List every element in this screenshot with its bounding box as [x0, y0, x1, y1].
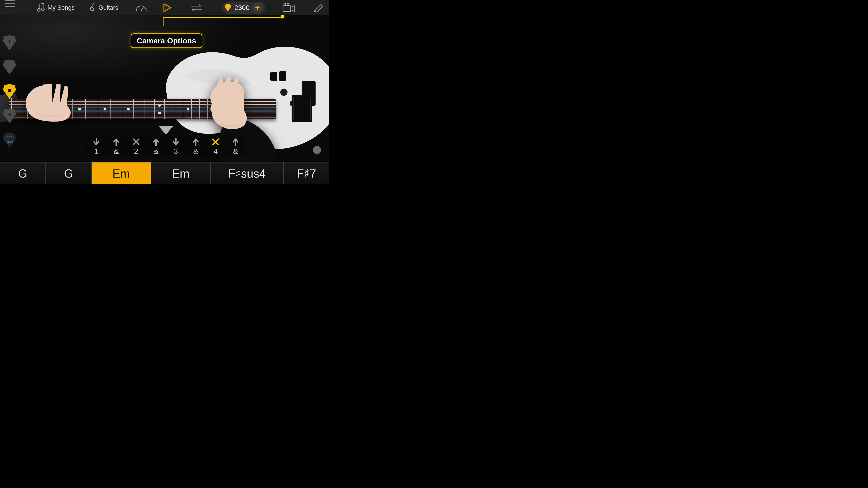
svg-point-5 [284, 3, 286, 5]
record-indicator[interactable] [313, 146, 321, 154]
speedometer-icon [135, 3, 147, 12]
pick-4-label: IV [7, 112, 11, 117]
pick-3[interactable]: III [3, 84, 16, 99]
mute-x-icon [132, 138, 140, 146]
strum-step-8[interactable]: & [230, 138, 241, 156]
loop-button[interactable] [190, 0, 203, 15]
guitar-scene: Camera Options [0, 15, 329, 162]
strum-step-7[interactable]: 4 [211, 138, 221, 156]
pick-selector: I II III IV 1.0 mm [3, 35, 16, 148]
strum-beat-1: 1 [94, 147, 98, 156]
strum-step-4[interactable]: & [151, 138, 161, 156]
strum-beat-7: 4 [214, 147, 218, 156]
chord-5-label: F♯sus4 [228, 167, 266, 180]
pick-1-label: I [9, 39, 10, 44]
pick-thickness-label: 1.0 mm [5, 140, 14, 143]
chord-2-label: G [64, 167, 73, 180]
strum-step-3[interactable]: 2 [131, 138, 141, 156]
bridge-tailpiece [291, 95, 312, 122]
pick-2-label: II [8, 64, 11, 68]
guitars-label: Guitars [98, 4, 118, 11]
chord-4-label: Em [172, 167, 189, 180]
mute-x-icon [212, 138, 219, 146]
pick-thickness[interactable]: 1.0 mm [3, 133, 16, 148]
svg-point-1 [41, 8, 44, 11]
chord-1[interactable]: G [0, 162, 46, 184]
pick-2[interactable]: II [3, 60, 16, 74]
position-marker-icon [158, 126, 174, 135]
guitar-icon [89, 3, 96, 12]
strum-pattern: 1 & 2 & [86, 136, 246, 156]
chord-2[interactable]: G [46, 162, 92, 184]
arrow-down-icon [93, 138, 100, 146]
pencil-icon [313, 3, 324, 12]
play-button[interactable] [163, 0, 172, 15]
svg-rect-4 [283, 6, 291, 11]
fretting-hand [23, 74, 81, 124]
pick-1[interactable]: I [3, 35, 16, 50]
my-songs-button[interactable]: My Songs [37, 0, 74, 15]
chord-4[interactable]: Em [151, 162, 211, 184]
edit-button[interactable] [313, 0, 324, 15]
arrow-up-icon [232, 138, 239, 146]
app-root: My Songs Guitars [0, 0, 329, 184]
chord-6-label: F♯7 [297, 167, 316, 180]
play-icon [163, 3, 172, 12]
plus-icon [255, 5, 260, 10]
loop-icon [190, 3, 203, 12]
pick-4[interactable]: IV [3, 108, 16, 123]
guitars-button[interactable]: Guitars [89, 0, 118, 15]
strum-beat-4: & [153, 147, 159, 156]
chord-strip: G G Em Em F♯sus4 F♯7 [0, 162, 329, 184]
chord-5[interactable]: F♯sus4 [211, 162, 284, 184]
arrow-up-icon [153, 138, 159, 146]
my-songs-label: My Songs [48, 4, 74, 11]
strum-beat-3: 2 [134, 147, 138, 156]
coin-balance[interactable]: 2300 [222, 2, 266, 14]
tempo-button[interactable] [135, 0, 147, 15]
menu-button[interactable] [5, 0, 15, 15]
strum-step-6[interactable]: & [191, 138, 201, 156]
pick-3-label: III [8, 88, 11, 93]
chord-6[interactable]: F♯7 [284, 162, 329, 184]
add-coins-button[interactable] [253, 3, 262, 12]
pick-coin-icon [224, 4, 231, 12]
chord-3[interactable]: Em [92, 162, 151, 184]
arrow-down-icon [173, 138, 179, 146]
chord-3-label: Em [112, 167, 130, 180]
strum-beat-2: & [114, 147, 119, 156]
svg-point-6 [287, 3, 289, 5]
strum-step-5[interactable]: 3 [171, 138, 181, 156]
svg-point-9 [280, 89, 287, 96]
arrow-up-icon [113, 138, 120, 146]
coin-count: 2300 [235, 4, 250, 11]
strum-beat-8: & [233, 147, 238, 156]
strum-beat-6: & [193, 147, 198, 156]
chord-1-label: G [18, 167, 27, 180]
svg-point-3 [141, 10, 142, 11]
top-toolbar: My Songs Guitars [0, 0, 329, 15]
music-notes-icon [37, 3, 45, 12]
strum-step-1[interactable]: 1 [91, 138, 101, 156]
arrow-up-icon [192, 138, 199, 146]
camera-icon [282, 3, 295, 12]
strum-beat-5: 3 [174, 147, 178, 156]
camera-button[interactable] [282, 0, 295, 15]
strum-step-2[interactable]: & [111, 138, 121, 156]
svg-rect-8 [279, 71, 286, 81]
